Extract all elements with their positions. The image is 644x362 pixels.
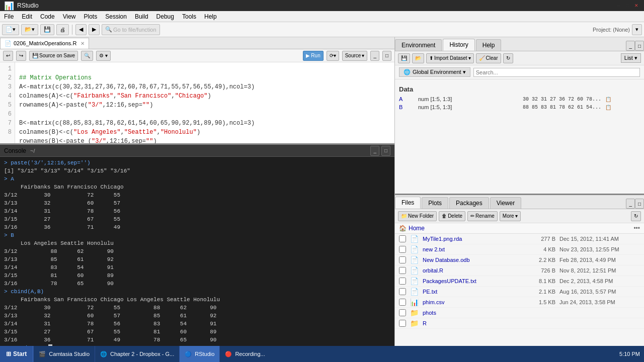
menu-debug[interactable]: Debug <box>152 12 178 21</box>
file-checkbox[interactable] <box>399 267 406 274</box>
taskbar-dropbox[interactable]: 🌐 Chapter 2 - Dropbox - G... <box>95 346 179 362</box>
tab-help[interactable]: Help <box>476 39 502 51</box>
run-btn[interactable]: ▶ Run <box>303 51 323 61</box>
taskbar-recording[interactable]: 🔴 Recording... <box>219 346 270 362</box>
file-type-icon: 📄 <box>410 235 419 243</box>
file-date-label: Jun 24, 2013, 3:58 PM <box>559 299 640 305</box>
rename-icon: ✏ <box>470 213 474 219</box>
file-checkbox[interactable] <box>399 288 406 295</box>
taskbar-rstudio[interactable]: 🔵 RStudio <box>179 346 219 362</box>
menu-plots[interactable]: Plots <box>80 12 102 21</box>
back-btn[interactable]: ◀ <box>75 24 87 35</box>
editor-content[interactable]: 12345 678 ## Matrix Operations A<-matrix… <box>0 62 394 143</box>
code-tools-btn[interactable]: ⚙ ▾ <box>96 51 111 61</box>
import-icon: ⬆ <box>429 55 433 61</box>
file-checkbox[interactable] <box>399 299 406 306</box>
file-name-label[interactable]: orbital.R <box>423 267 526 274</box>
start-button[interactable]: ⊞ Start <box>0 346 33 362</box>
file-row: 📁phots <box>395 308 644 318</box>
restore-btn[interactable]: □ <box>624 3 631 9</box>
tab-environment[interactable]: Environment <box>395 39 442 51</box>
import-dataset-btn[interactable]: ⬆ Import Dataset ▾ <box>426 53 474 63</box>
file-name-label[interactable]: PE.txt <box>423 289 526 295</box>
refresh-env-btn[interactable]: ↻ <box>503 53 513 63</box>
more-btn[interactable]: More ▾ <box>500 211 521 221</box>
tab-plots[interactable]: Plots <box>422 197 448 209</box>
list-view-btn[interactable]: List ▾ <box>621 53 641 63</box>
file-checkbox[interactable] <box>399 235 406 242</box>
console-output[interactable]: > paste('3/',12:16,sep='') [1] "3/12" "3… <box>0 157 394 346</box>
close-btn[interactable]: ✕ <box>633 3 640 9</box>
var-name-B[interactable]: B <box>399 104 414 110</box>
go-to-file-btn[interactable]: 🔍 Go to file/function <box>102 24 160 35</box>
file-name-label[interactable]: PackagesUPDATE.txt <box>423 278 526 284</box>
file-name-label[interactable]: phots <box>423 310 611 316</box>
file-name-label[interactable]: MyTile1.png.rda <box>423 236 526 242</box>
editor-minimize-btn[interactable]: _ <box>370 51 379 61</box>
project-dropdown-btn[interactable]: ▾ <box>632 24 642 35</box>
files-maximize-btn[interactable]: □ <box>635 199 644 209</box>
menu-code[interactable]: Code <box>36 12 59 21</box>
tab-history[interactable]: History <box>443 39 474 51</box>
find-btn[interactable]: 🔍 <box>81 51 93 61</box>
save-source-btn[interactable]: 💾 Source on Save <box>29 51 78 61</box>
tab-viewer[interactable]: Viewer <box>490 197 521 209</box>
tab-close-icon[interactable]: ✕ <box>80 41 85 46</box>
menu-build[interactable]: Build <box>131 12 152 21</box>
line-numbers: 12345 678 <box>0 62 15 143</box>
rename-btn[interactable]: ✏ Rename <box>467 211 498 221</box>
tab-packages[interactable]: Packages <box>449 197 489 209</box>
minimize-btn[interactable]: ─ <box>615 3 622 9</box>
menu-view[interactable]: View <box>59 12 80 21</box>
console-line-10: > B <box>4 231 390 239</box>
taskbar-camtasia[interactable]: 🎬 Camtasia Studio <box>33 346 95 362</box>
global-env-btn[interactable]: 🌐 Global Environment ▾ <box>399 67 470 77</box>
forward-btn[interactable]: ▶ <box>89 24 100 35</box>
file-name-label[interactable]: R <box>423 320 611 326</box>
env-search-input[interactable] <box>473 68 640 77</box>
file-name-label[interactable]: New Database.odb <box>423 257 526 263</box>
redo-btn[interactable]: ↪ <box>16 51 26 61</box>
file-size-label: 1.5 KB <box>530 299 555 305</box>
copy-icon-A[interactable]: 📋 <box>605 97 611 102</box>
file-checkbox[interactable] <box>399 320 406 327</box>
menu-help[interactable]: Help <box>200 12 221 21</box>
source-btn[interactable]: Source ▾ <box>342 51 368 61</box>
file-checkbox[interactable] <box>399 256 406 263</box>
menu-edit[interactable]: Edit <box>18 12 36 21</box>
menu-file[interactable]: File <box>0 12 18 21</box>
editor-tab-main[interactable]: 📄 0206_MatrixOperations.R ✕ <box>0 38 89 49</box>
file-checkbox[interactable] <box>399 309 406 316</box>
breadcrumb-home[interactable]: Home <box>409 225 425 232</box>
file-name-label[interactable]: new 2.txt <box>423 246 526 252</box>
var-name-A[interactable]: A <box>399 96 414 102</box>
code-area[interactable]: ## Matrix Operations A<-matrix(c(30,32,3… <box>15 62 394 143</box>
copy-icon-B[interactable]: 📋 <box>605 105 611 110</box>
tab-files[interactable]: Files <box>395 197 421 209</box>
refresh-files-btn[interactable]: ↻ <box>631 211 641 221</box>
file-checkbox[interactable] <box>399 246 406 253</box>
var-preview-A: 30 32 31 27 36 72 60 78... <box>523 97 601 102</box>
menu-tools[interactable]: Tools <box>178 12 200 21</box>
delete-btn[interactable]: 🗑 Delete <box>439 211 465 221</box>
save-btn[interactable]: 💾 <box>40 24 54 35</box>
undo-btn[interactable]: ↩ <box>3 51 13 61</box>
editor-maximize-btn[interactable]: □ <box>382 51 391 61</box>
print-btn[interactable]: 🖨 <box>56 24 69 35</box>
rerun-btn[interactable]: ⟳▾ <box>327 51 339 61</box>
clear-env-btn[interactable]: 🧹 Clear <box>476 53 501 63</box>
open-file-btn[interactable]: 📂▾ <box>21 24 38 35</box>
env-minimize-btn[interactable]: _ <box>626 41 635 51</box>
console-maximize-btn[interactable]: □ <box>381 146 390 156</box>
files-minimize-btn[interactable]: _ <box>626 199 635 209</box>
breadcrumb-more-btn[interactable]: ••• <box>633 225 640 232</box>
load-env-btn[interactable]: 📂 <box>412 53 424 63</box>
new-folder-btn[interactable]: 📁 New Folder <box>398 211 437 221</box>
file-name-label[interactable]: phim.csv <box>423 299 526 305</box>
save-env-btn[interactable]: 💾 <box>398 53 410 63</box>
env-maximize-btn[interactable]: □ <box>635 41 644 51</box>
console-minimize-btn[interactable]: _ <box>370 146 379 156</box>
new-file-btn[interactable]: 📄▾ <box>2 24 19 35</box>
menu-session[interactable]: Session <box>101 12 131 21</box>
file-checkbox[interactable] <box>399 278 406 285</box>
